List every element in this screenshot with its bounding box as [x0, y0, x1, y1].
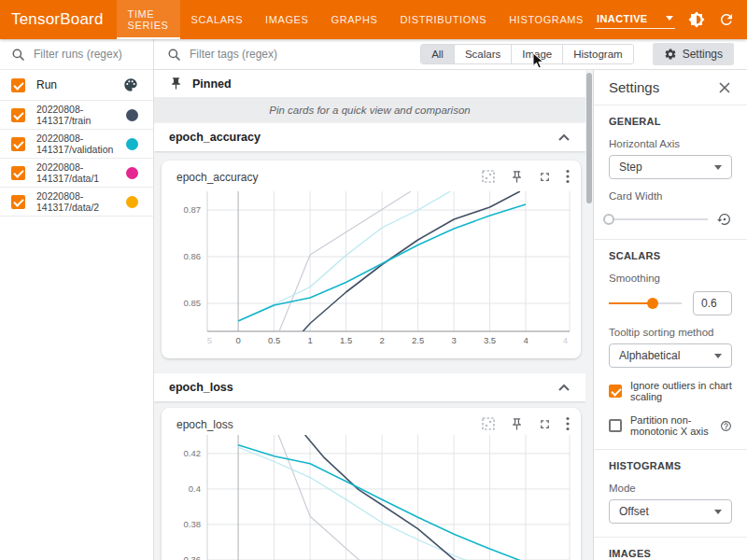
tab-distributions[interactable]: DISTRIBUTIONS	[389, 0, 499, 39]
card-title: epoch_accuracy	[176, 171, 258, 184]
topbar-actions: INACTIVE	[595, 11, 747, 29]
more-options-icon[interactable]	[566, 169, 570, 184]
main-scrollbar[interactable]	[585, 70, 593, 560]
more-options-icon[interactable]	[566, 416, 570, 431]
section-histograms: HISTOGRAMS	[609, 460, 732, 471]
chevron-up-icon[interactable]	[557, 383, 571, 392]
run-label: 20220808-141317/data/2	[36, 190, 99, 214]
tooltip-sorting-value: Alphabetical	[619, 349, 680, 362]
refresh-icon[interactable]	[718, 11, 735, 28]
run-color-dot[interactable]	[126, 109, 138, 121]
top-app-bar: TensorBoard TIME SERIES SCALARS IMAGES G…	[0, 0, 747, 39]
ignore-outliers-label: Ignore outliers in chart scaling	[630, 380, 732, 402]
section-title: epoch_loss	[169, 381, 233, 394]
histogram-mode-select[interactable]: Offset	[609, 499, 732, 524]
divider	[594, 537, 747, 538]
slider-thumb[interactable]	[603, 214, 614, 225]
partition-x-axis-row[interactable]: Partition non-monotonic X axis	[609, 414, 732, 437]
tag-type-filter-group: All Scalars Image Histogram	[420, 44, 634, 64]
run-color-dot[interactable]	[126, 196, 138, 208]
tab-histograms[interactable]: HISTOGRAMS	[498, 0, 595, 39]
tooltip-sorting-select[interactable]: Alphabetical	[609, 343, 732, 368]
partition-x-axis-checkbox[interactable]	[609, 419, 622, 432]
smoothing-value-input[interactable]	[693, 291, 732, 315]
run-color-dot[interactable]	[126, 167, 138, 179]
run-checkbox[interactable]	[11, 195, 25, 209]
horizontal-axis-select[interactable]: Step	[609, 155, 732, 179]
section-epoch-loss[interactable]: epoch_loss	[154, 373, 585, 401]
epoch-accuracy-line-chart[interactable]: 0.850.860.8700.511.522.533.5454	[162, 191, 581, 356]
smoothing-control-row	[609, 291, 732, 315]
svg-text:0: 0	[235, 335, 240, 345]
epoch-loss-line-chart[interactable]: 0.360.380.40.4200.511.522.533.54	[162, 435, 581, 560]
pin-card-icon[interactable]	[510, 170, 524, 184]
chevron-down-icon	[666, 16, 673, 21]
reset-icon[interactable]	[717, 212, 732, 227]
run-row-data-2[interactable]: 20220808-141317/data/2	[0, 188, 153, 217]
ignore-outliers-checkbox[interactable]	[609, 385, 622, 398]
tab-graphs[interactable]: GRAPHS	[319, 0, 388, 39]
ignore-outliers-row[interactable]: Ignore outliers in chart scaling	[609, 380, 732, 402]
run-label: 20220808-141317/train	[36, 104, 91, 127]
fit-to-data-icon[interactable]	[481, 169, 496, 184]
tag-filter-input[interactable]	[190, 48, 395, 61]
tensorboard-app: TensorBoard TIME SERIES SCALARS IMAGES G…	[0, 0, 747, 560]
chip-histogram[interactable]: Histogram	[562, 45, 632, 63]
reload-status-select[interactable]: INACTIVE	[595, 11, 675, 29]
svg-text:0.42: 0.42	[184, 448, 202, 458]
svg-text:2: 2	[379, 335, 384, 345]
card-actions	[481, 416, 570, 431]
run-row-data-1[interactable]: 20220808-141317/data/1	[0, 159, 153, 188]
run-row-train[interactable]: 20220808-141317/train	[0, 101, 153, 130]
main-nav-tabs: TIME SERIES SCALARS IMAGES GRAPHS DISTRI…	[117, 0, 595, 39]
chevron-up-icon[interactable]	[557, 133, 571, 142]
pin-card-icon[interactable]	[510, 417, 524, 431]
run-color-dot[interactable]	[126, 138, 138, 150]
scalar-card-epoch-loss: epoch_loss 0.360.380.40.4200.511.522.533…	[162, 408, 581, 560]
pinned-section-header: Pinned	[154, 70, 585, 97]
palette-icon[interactable]	[123, 77, 138, 92]
settings-button[interactable]: Settings	[653, 43, 734, 65]
run-label: 20220808-141317/validation	[36, 133, 113, 156]
close-icon[interactable]	[717, 80, 732, 95]
settings-panel: Settings GENERAL Horizontal Axis Step Ca…	[593, 70, 747, 560]
svg-text:0.86: 0.86	[184, 251, 202, 261]
tab-time-series[interactable]: TIME SERIES	[117, 0, 180, 39]
help-icon[interactable]	[720, 420, 732, 432]
smoothing-slider[interactable]	[609, 297, 682, 310]
fit-to-data-icon[interactable]	[481, 416, 496, 431]
brightness-toggle-icon[interactable]	[688, 11, 705, 28]
tab-images[interactable]: IMAGES	[254, 0, 319, 39]
card-width-slider[interactable]	[609, 213, 708, 226]
run-checkbox[interactable]	[11, 166, 25, 180]
histogram-mode-value: Offset	[619, 505, 649, 518]
run-checkbox[interactable]	[11, 137, 25, 151]
app-logo: TensorBoard	[11, 10, 104, 29]
svg-text:1: 1	[307, 335, 312, 345]
run-row-validation[interactable]: 20220808-141317/validation	[0, 130, 153, 159]
fullscreen-icon[interactable]	[538, 417, 552, 431]
run-checkbox[interactable]	[11, 108, 25, 122]
chip-all[interactable]: All	[421, 45, 454, 63]
partition-x-axis-label: Partition non-monotonic X axis	[630, 414, 712, 437]
select-all-runs-checkbox[interactable]	[11, 78, 25, 92]
chevron-down-icon	[714, 510, 722, 514]
slider-thumb[interactable]	[647, 298, 658, 309]
divider	[594, 239, 747, 240]
histogram-mode-label: Mode	[609, 483, 732, 494]
scrollbar-thumb[interactable]	[586, 73, 592, 203]
run-filter-row	[0, 39, 153, 70]
chevron-down-icon	[714, 354, 722, 358]
run-filter-input[interactable]	[34, 48, 142, 61]
svg-text:5: 5	[207, 335, 212, 345]
tab-scalars[interactable]: SCALARS	[180, 0, 255, 39]
section-epoch-accuracy[interactable]: epoch_accuracy	[154, 123, 585, 151]
run-column-label: Run	[36, 78, 57, 91]
settings-panel-title: Settings	[609, 79, 659, 95]
chip-scalars[interactable]: Scalars	[454, 45, 511, 63]
section-scalars: SCALARS	[609, 250, 732, 261]
fullscreen-icon[interactable]	[538, 170, 552, 184]
chip-image[interactable]: Image	[511, 45, 562, 63]
run-list-header: Run	[0, 70, 153, 101]
card-width-label: Card Width	[609, 190, 732, 202]
